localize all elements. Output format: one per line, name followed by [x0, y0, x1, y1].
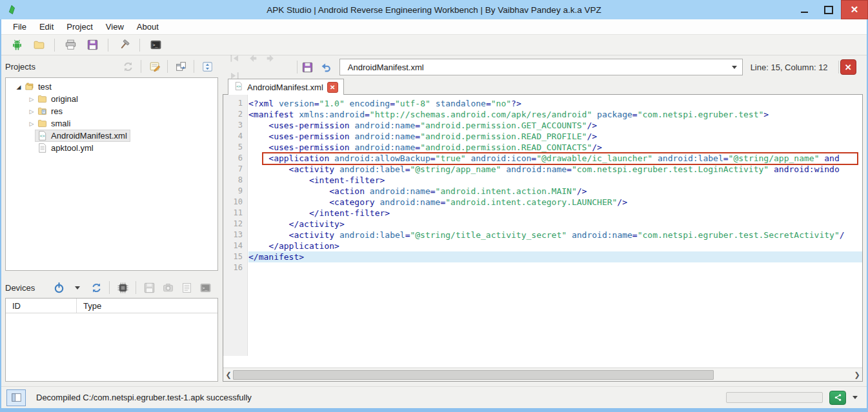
close-button[interactable]: ✕ — [841, 0, 868, 19]
svg-text:>_: >_ — [202, 285, 208, 290]
share-button[interactable] — [829, 391, 846, 405]
open-file-selector[interactable]: <> AndroidManifest.xml — [339, 59, 743, 75]
code-line-3[interactable]: <uses-permission android:name="android.p… — [248, 120, 862, 131]
chip-icon[interactable] — [116, 280, 130, 295]
tab-androidmanifest[interactable]: <> AndroidManifest.xml ✕ — [228, 79, 344, 95]
line-number: 9 — [223, 186, 247, 197]
statusbar: Decompiled C:/com.netspi.egruber.test-1.… — [1, 386, 867, 408]
line-number: 7 — [223, 164, 247, 175]
refresh-blue-icon[interactable] — [89, 280, 103, 295]
code-editor[interactable]: 12345678910111213141516 <?xml version="1… — [223, 94, 863, 382]
devices-panel-title: Devices — [5, 283, 35, 293]
save-icon[interactable] — [85, 37, 100, 53]
devices-column-id[interactable]: ID — [6, 299, 77, 313]
tab-close-icon[interactable]: ✕ — [327, 82, 338, 93]
code-line-14[interactable]: </application> — [248, 240, 862, 251]
line-number: 15 — [223, 251, 247, 262]
projects-toolbar — [121, 59, 214, 74]
folder-icon — [37, 93, 49, 104]
menu-item-edit[interactable]: Edit — [33, 22, 60, 32]
menubar: FileEditProjectViewAbout — [1, 19, 867, 35]
menu-item-project[interactable]: Project — [60, 22, 99, 32]
code-line-9[interactable]: <action android:name="android.intent.act… — [248, 186, 862, 197]
maximize-button[interactable] — [816, 0, 841, 19]
tree-item-original[interactable]: ▷original — [6, 93, 217, 105]
menu-item-about[interactable]: About — [130, 22, 165, 32]
devices-column-type[interactable]: Type — [77, 299, 101, 313]
menu-item-view[interactable]: View — [99, 22, 130, 32]
code-line-1[interactable]: <?xml version="1.0" encoding="utf-8" sta… — [248, 98, 862, 109]
tree-item-smali[interactable]: ▷smali — [6, 117, 217, 130]
minimize-button[interactable] — [792, 0, 816, 19]
window-title: APK Studio | Android Reverse Engineering… — [0, 5, 868, 15]
caret-down-icon[interactable] — [70, 280, 85, 295]
scroll-left-arrow-icon[interactable]: ❮ — [223, 371, 234, 379]
tree-item-test[interactable]: ◢test — [6, 81, 217, 93]
power-icon[interactable] — [52, 280, 66, 295]
code-lines: <?xml version="1.0" encoding="utf-8" sta… — [248, 95, 862, 356]
code-line-12[interactable]: </activity> — [248, 219, 862, 230]
scrollbar-thumb[interactable] — [233, 370, 714, 380]
toggle-sidebar-button[interactable] — [6, 389, 26, 406]
svg-text:>_: >_ — [152, 43, 158, 48]
nav-next-icon — [261, 50, 279, 67]
tree-expand-icon[interactable]: ▷ — [28, 96, 35, 103]
code-line-7[interactable]: <activity android:label="@string/app_nam… — [248, 164, 862, 175]
code-line-10[interactable]: <category android:name="android.intent.c… — [248, 197, 862, 208]
line-number: 5 — [223, 142, 247, 153]
chevron-down-icon[interactable] — [732, 66, 737, 69]
undo-icon[interactable] — [317, 59, 334, 75]
expand-collapse-icon[interactable] — [200, 59, 214, 74]
devices-toolbar: >_ — [52, 280, 212, 295]
tree-collapse-icon[interactable]: ◢ — [15, 84, 23, 90]
highlight-box-line6 — [262, 152, 858, 165]
toolbar-separator — [109, 281, 110, 294]
titlebar: APK Studio | Android Reverse Engineering… — [0, 0, 868, 19]
terminal-icon[interactable]: >_ — [148, 37, 163, 53]
code-line-13[interactable]: <activity android:label="@string/title_a… — [248, 230, 862, 240]
code-line-16[interactable] — [248, 262, 862, 273]
shell-icon: >_ — [198, 280, 212, 295]
tree-item-apktool-yml[interactable]: apktool.yml — [6, 142, 217, 154]
android-icon[interactable] — [9, 37, 25, 53]
edit-notes-icon[interactable] — [147, 59, 161, 74]
code-line-2[interactable]: <manifest xmlns:android="http://schemas.… — [248, 109, 862, 120]
editor-toolbar: <> AndroidManifest.xml Line: 15, Column:… — [223, 57, 863, 77]
xml-file-icon: <> — [37, 130, 49, 141]
horizontal-scrollbar[interactable]: ❮ ❯ — [223, 368, 862, 381]
status-message: Decompiled C:/com.netspi.egruber.test-1.… — [36, 393, 720, 402]
code-line-15[interactable]: </manifest> — [248, 251, 862, 262]
toolbar-separator — [838, 61, 839, 74]
tree-item-label: res — [51, 106, 63, 116]
line-number: 2 — [223, 109, 247, 120]
folder-icon — [37, 118, 49, 129]
project-folder-icon — [24, 81, 36, 92]
save-file-icon[interactable] — [299, 59, 316, 75]
build-hammer-icon[interactable] — [116, 37, 132, 53]
code-line-8[interactable]: <intent-filter> — [248, 175, 862, 186]
code-line-4[interactable]: <uses-permission android:name="android.p… — [248, 131, 862, 142]
minimize-icon — [801, 12, 808, 13]
tree-item-label: apktool.yml — [51, 143, 94, 153]
tree-expand-icon[interactable]: ▷ — [28, 121, 35, 127]
scroll-right-arrow-icon[interactable]: ❯ — [852, 371, 862, 379]
window-controls: ✕ — [792, 0, 868, 19]
detach-window-icon[interactable] — [174, 59, 188, 74]
xml-file-icon: <> — [234, 81, 243, 93]
line-number: 14 — [223, 240, 247, 251]
line-number: 12 — [223, 219, 247, 230]
close-file-button[interactable]: ✕ — [840, 59, 856, 75]
tree-item-androidmanifest-xml[interactable]: <>AndroidManifest.xml — [6, 130, 217, 142]
chevron-down-icon[interactable] — [853, 396, 858, 399]
printer-icon[interactable] — [63, 37, 78, 53]
code-line-5[interactable]: <uses-permission android:name="android.p… — [248, 142, 862, 153]
toolbar-separator — [139, 39, 140, 52]
svg-text:<>: <> — [40, 133, 45, 139]
menu-item-file[interactable]: File — [6, 22, 33, 32]
code-line-11[interactable]: </intent-filter> — [248, 208, 862, 219]
tree-expand-icon[interactable]: ▷ — [28, 108, 35, 115]
open-folder-icon[interactable] — [31, 37, 46, 53]
line-number: 13 — [223, 230, 247, 240]
screenshot-icon — [161, 280, 175, 295]
tree-item-res[interactable]: ▷res — [6, 105, 217, 117]
